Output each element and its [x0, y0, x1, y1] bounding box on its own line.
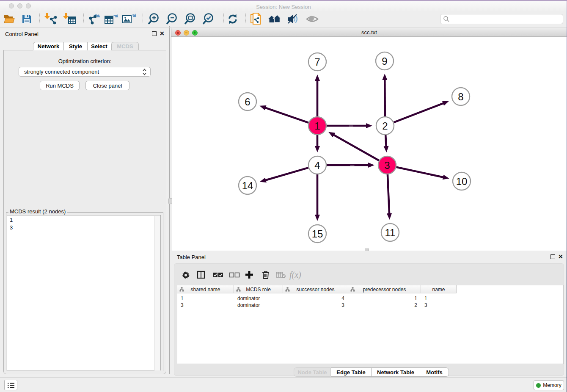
memory-button[interactable]: Memory [534, 380, 564, 390]
home-icon[interactable] [267, 13, 282, 25]
network-window-title: scc.txt [171, 29, 567, 36]
edge-label-mark [349, 125, 353, 126]
tab-network-table[interactable]: Network Table [372, 367, 420, 377]
node-label-3: 3 [384, 160, 390, 171]
edge-3-1[interactable] [333, 135, 379, 161]
save-session-icon[interactable] [21, 13, 32, 25]
apply-layout-icon[interactable] [227, 13, 239, 25]
node-label-15: 15 [312, 228, 323, 240]
toolbar-separator [83, 14, 84, 24]
close-panel-button[interactable]: Close panel [85, 81, 129, 90]
toolbar-bottom-divider [0, 27, 567, 28]
tab-network[interactable]: Network [33, 42, 64, 50]
toolbar-separator [223, 14, 224, 24]
node-label-7: 7 [314, 56, 320, 68]
cell-predecessor-nodes[interactable]: 2 [348, 302, 421, 309]
vertical-splitter-handle[interactable] [168, 198, 172, 204]
mcds-result-area[interactable]: 1 3 [7, 215, 161, 370]
cell-successor-nodes[interactable]: 4 [283, 295, 348, 302]
new-network-icon[interactable] [87, 13, 102, 25]
main-titlebar: Session: New Session [0, 1, 567, 12]
select-chevrons-icon [142, 69, 147, 75]
select-all-icon[interactable] [212, 269, 223, 280]
edge-3-11[interactable] [388, 174, 389, 214]
mcds-result-title: MCDS result (2 nodes) [8, 208, 67, 215]
edge-2-3[interactable] [385, 135, 386, 146]
preview-icon[interactable] [306, 13, 319, 25]
node-label-8: 8 [458, 91, 463, 102]
cell-name[interactable]: 3 [421, 302, 457, 309]
column-header-shared-name[interactable]: shared name [177, 285, 234, 293]
tab-mcds[interactable]: MCDS [111, 42, 139, 50]
edge-2-8[interactable] [394, 103, 443, 122]
network-window-titlebar[interactable]: x − + scc.txt [171, 28, 567, 37]
delete-icon[interactable] [261, 269, 270, 280]
tab-style[interactable]: Style [64, 42, 88, 50]
function-builder-icon[interactable]: f(x) [289, 269, 301, 280]
cell-name[interactable]: 1 [421, 295, 457, 302]
column-header-predecessor-nodes[interactable]: predecessor nodes [348, 285, 421, 293]
table-settings-icon[interactable] [182, 269, 190, 280]
cell-mcds-role[interactable]: dominator [234, 302, 283, 309]
open-file-icon[interactable] [3, 13, 15, 25]
import-network-icon[interactable] [44, 13, 58, 25]
edge-arrow-2-8 [442, 101, 449, 106]
tab-select[interactable]: Select [88, 42, 111, 50]
cell-shared-name[interactable]: 3 [177, 302, 234, 309]
edge-2-9[interactable] [385, 80, 385, 116]
node-label-14: 14 [242, 180, 253, 191]
edge-arrow-1-7 [315, 75, 320, 81]
hide-panel-icon[interactable] [286, 13, 300, 25]
node-label-4: 4 [314, 160, 320, 171]
control-panel-float-button[interactable] [152, 31, 157, 36]
table-panel-close-button[interactable]: ✕ [558, 254, 563, 259]
tab-node-table[interactable]: Node Table [294, 367, 331, 377]
column-header-mcds-role[interactable]: MCDS role [234, 285, 283, 293]
unselect-all-icon[interactable] [229, 269, 240, 280]
edge-1-6[interactable] [265, 108, 309, 122]
cell-shared-name[interactable]: 1 [177, 295, 234, 302]
cell-successor-nodes[interactable]: 3 [283, 302, 348, 309]
cell-mcds-role[interactable]: dominator [234, 295, 283, 302]
control-panel-close-button[interactable]: ✕ [160, 31, 165, 36]
mcds-result-scrollbar[interactable] [154, 216, 160, 370]
node-label-10: 10 [456, 176, 468, 187]
criterion-select[interactable]: strongly connected component [19, 67, 151, 77]
zoom-in-icon[interactable] [147, 13, 160, 25]
export-image-icon[interactable] [122, 13, 136, 25]
split-columns-icon[interactable] [197, 269, 205, 280]
share-network-icon[interactable] [250, 13, 262, 25]
memory-label: Memory [543, 382, 561, 388]
edge-arrow-2-3 [384, 146, 389, 152]
edge-4-14[interactable] [265, 168, 308, 180]
tab-edge-table[interactable]: Edge Table [331, 367, 372, 377]
criterion-value: strongly connected component [24, 69, 99, 75]
cell-predecessor-nodes[interactable]: 1 [348, 295, 421, 302]
main-toolbar [0, 12, 567, 27]
table-panel-float-button[interactable] [550, 254, 555, 259]
zoom-fit-icon[interactable] [184, 13, 196, 25]
add-row-icon[interactable] [245, 269, 254, 280]
table-row[interactable]: 3 dominator 3 2 3 [177, 302, 457, 309]
edge-3-10[interactable] [396, 167, 443, 177]
edge-arrow-4-14 [260, 178, 267, 183]
run-mcds-button[interactable]: Run MCDS [40, 81, 80, 90]
network-graph[interactable]: 1234678910111415 [171, 38, 567, 251]
search-box[interactable] [440, 14, 563, 24]
search-input[interactable] [450, 15, 563, 23]
column-header-name[interactable]: name [421, 285, 457, 293]
toolbar-separator [143, 14, 143, 24]
tab-motifs[interactable]: Motifs [420, 367, 449, 377]
search-icon [443, 16, 450, 22]
column-header-successor-nodes[interactable]: successor nodes [283, 285, 348, 293]
zoom-out-icon[interactable] [165, 13, 178, 25]
table-row[interactable]: 1 dominator 4 1 1 [177, 295, 457, 302]
export-table-icon[interactable] [104, 13, 118, 25]
toolbar-separator [245, 14, 246, 24]
delete-table-icon[interactable] [276, 269, 286, 280]
toolbar-separator [39, 14, 40, 24]
zoom-selected-icon[interactable] [202, 13, 215, 25]
task-list-button[interactable] [4, 380, 17, 390]
import-table-icon[interactable] [63, 13, 76, 25]
mcds-result-lines: 1 3 [7, 215, 160, 232]
